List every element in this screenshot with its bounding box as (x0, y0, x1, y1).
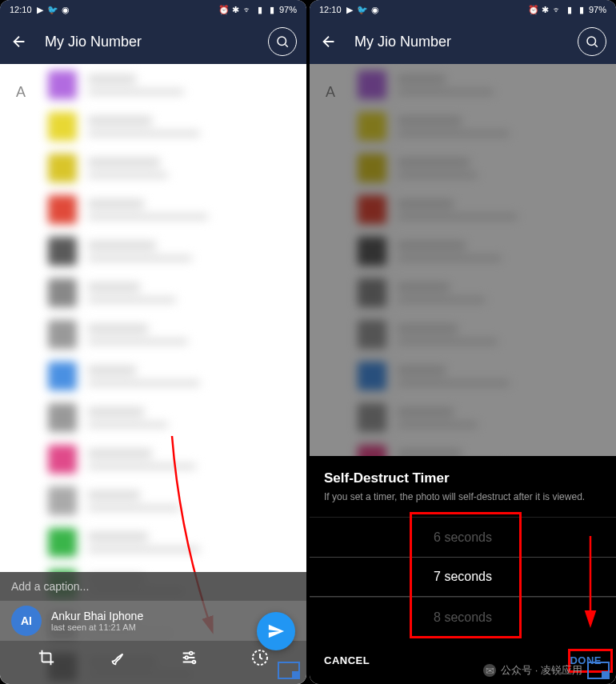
status-time: 12:10 (319, 5, 342, 14)
avatar: AI (11, 606, 42, 636)
photo-editor-bar: Add a caption... AI Ankur Bhai Iphone la… (0, 572, 306, 684)
timer-picker[interactable]: 6 seconds 7 seconds 8 seconds (310, 512, 616, 642)
signal-icon: ▮ (255, 5, 265, 14)
back-button[interactable] (10, 32, 29, 51)
status-bar: 12:10 ▶ 🐦 ◉ ⏰ ✱ ᯤ ▮ ▮ 97% (0, 0, 306, 19)
status-battery: 97% (589, 5, 606, 14)
search-button[interactable] (268, 27, 297, 56)
search-button[interactable] (578, 27, 606, 56)
svg-point-2 (190, 652, 193, 655)
list-item[interactable] (0, 397, 306, 438)
brush-icon[interactable] (107, 647, 128, 668)
battery-icon: ▮ (267, 5, 277, 14)
page-title: My Jio Number (45, 34, 142, 50)
back-button[interactable] (319, 32, 338, 51)
app-bar: My Jio Number (310, 19, 616, 64)
list-item[interactable] (0, 480, 306, 522)
svg-point-0 (278, 37, 286, 46)
list-item[interactable] (0, 314, 306, 355)
contact-name: Ankur Bhai Iphone (51, 610, 143, 622)
screen-right: 12:10 ▶ 🐦 ◉ ⏰ ✱ ᯤ ▮ ▮ 97% My Jio Number … (310, 0, 616, 684)
editor-toolbar (0, 641, 306, 684)
send-button[interactable] (257, 612, 295, 650)
tune-icon[interactable] (178, 647, 199, 668)
list-item[interactable] (0, 147, 306, 189)
sheet-title: Self-Destruct Timer (310, 467, 616, 490)
timer-icon[interactable] (250, 647, 270, 668)
app-bar: My Jio Number (0, 19, 306, 64)
caption-input[interactable]: Add a caption... (0, 572, 306, 601)
svg-point-6 (587, 37, 596, 46)
list-item[interactable] (0, 438, 306, 480)
nfc-icon: ᯤ (243, 5, 253, 14)
picker-option[interactable]: 6 seconds (310, 517, 616, 557)
list-item[interactable] (0, 189, 306, 230)
status-time: 12:10 (10, 5, 32, 14)
sheet-description: If you set a timer, the photo will self-… (310, 490, 616, 512)
status-battery: 97% (279, 5, 297, 14)
list-item[interactable] (0, 272, 306, 314)
twitter-icon: 🐦 (48, 5, 58, 14)
list-item[interactable] (0, 64, 306, 106)
list-item[interactable] (0, 106, 306, 147)
done-button[interactable]: DONE (570, 654, 602, 666)
bluetooth-icon: ✱ (541, 5, 550, 14)
app-icon: ◉ (61, 5, 70, 14)
cancel-button[interactable]: CANCEL (324, 654, 370, 666)
status-bar: 12:10 ▶ 🐦 ◉ ⏰ ✱ ᯤ ▮ ▮ 97% (310, 0, 616, 19)
list-item[interactable] (0, 230, 306, 272)
last-seen: last seen at 11:21 AM (51, 622, 143, 632)
crop-icon[interactable] (36, 647, 57, 668)
page-title: My Jio Number (354, 34, 451, 50)
picker-option[interactable]: 8 seconds (310, 597, 616, 637)
nfc-icon: ᯤ (553, 5, 562, 14)
alarm-icon: ⏰ (529, 5, 538, 14)
twitter-icon: 🐦 (358, 5, 367, 14)
list-item[interactable] (0, 355, 306, 397)
list-item[interactable] (0, 522, 306, 563)
alarm-icon: ⏰ (219, 5, 229, 14)
youtube-icon: ▶ (345, 5, 354, 14)
screen-left: 12:10 ▶ 🐦 ◉ ⏰ ✱ ᯤ ▮ ▮ 97% My Jio Number … (0, 0, 306, 684)
app-icon: ◉ (370, 5, 380, 14)
svg-point-4 (192, 661, 195, 664)
signal-icon: ▮ (565, 5, 574, 14)
svg-point-3 (185, 656, 188, 659)
self-destruct-sheet: Self-Destruct Timer If you set a timer, … (310, 456, 616, 684)
battery-icon: ▮ (577, 5, 586, 14)
youtube-icon: ▶ (35, 5, 45, 14)
picker-option-selected[interactable]: 7 seconds (310, 557, 616, 597)
bluetooth-icon: ✱ (231, 5, 241, 14)
